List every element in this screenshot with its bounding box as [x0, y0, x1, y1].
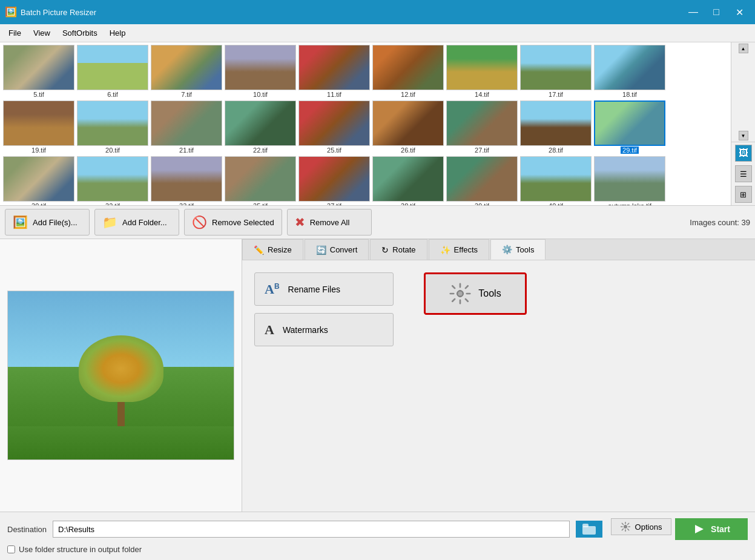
remove-selected-button[interactable]: 🚫 Remove Selected	[184, 209, 282, 236]
tab-tools[interactable]: ⚙️ Tools	[490, 239, 546, 260]
list-item[interactable]: 11.tif	[298, 45, 371, 98]
image-row-3: 30.tif 32.tif 33.tif 35.tif 37.tif 38.ti…	[2, 156, 728, 205]
list-item[interactable]: 17.tif	[519, 45, 592, 98]
options-button[interactable]: Options	[611, 518, 671, 535]
thumb-label: 29.tif	[621, 147, 639, 154]
thumbnail	[151, 45, 222, 90]
thumb-label: 27.tif	[475, 147, 489, 154]
add-folder-button[interactable]: 📁 Add Folder...	[94, 209, 179, 236]
browse-button[interactable]	[576, 521, 602, 538]
thumbnail	[3, 100, 74, 146]
images-count: Images count: 39	[690, 218, 750, 227]
remove-all-button[interactable]: ✖ Remove All	[287, 209, 372, 236]
thumbnail	[446, 156, 518, 202]
list-item[interactable]: 12.tif	[372, 45, 444, 98]
thumb-label: 39.tif	[475, 202, 489, 205]
list-item[interactable]: 27.tif	[446, 100, 518, 154]
list-item[interactable]: 5.tif	[2, 45, 75, 98]
list-item[interactable]: 26.tif	[372, 100, 444, 154]
tools-main-button[interactable]: Tools	[424, 272, 527, 315]
thumb-label: 6.tif	[107, 91, 118, 98]
thumb-label: 14.tif	[475, 91, 489, 98]
options-gear-icon	[621, 522, 630, 532]
rename-files-label: Rename Files	[288, 285, 340, 294]
destination-input[interactable]	[53, 521, 570, 538]
watermarks-button[interactable]: A Watermarks	[254, 313, 394, 346]
list-item[interactable]: 39.tif	[446, 156, 518, 205]
list-item[interactable]: 35.tif	[224, 156, 297, 205]
view-grid-button[interactable]: ⊞	[735, 186, 752, 203]
tab-effects[interactable]: ✨ Effects	[429, 239, 490, 260]
tab-rotate[interactable]: ↻ Rotate	[370, 239, 427, 260]
remove-selected-label: Remove Selected	[212, 218, 274, 227]
menu-file[interactable]: File	[2, 26, 27, 40]
list-item[interactable]: 38.tif	[372, 156, 444, 205]
list-item[interactable]: 29.tif	[593, 100, 666, 154]
list-item[interactable]: 19.tif	[2, 100, 75, 154]
scroll-down-button[interactable]: ▼	[739, 131, 748, 140]
list-item[interactable]: 37.tif	[298, 156, 371, 205]
effects-tab-label: Effects	[454, 245, 478, 254]
list-item[interactable]: 32.tif	[76, 156, 149, 205]
list-item[interactable]: 40.tif	[519, 156, 592, 205]
add-folder-icon: 📁	[102, 215, 117, 229]
start-button[interactable]: Start	[675, 518, 748, 540]
add-files-button[interactable]: 🖼️ Add File(s)...	[5, 209, 90, 236]
list-item[interactable]: 33.tif	[150, 156, 223, 205]
start-label: Start	[711, 524, 730, 534]
remove-all-label: Remove All	[310, 218, 350, 227]
thumbnail	[151, 100, 222, 146]
menu-softorbits[interactable]: SoftOrbits	[56, 26, 104, 40]
tab-resize[interactable]: ✏️ Resize	[242, 239, 303, 260]
watermarks-icon: A	[265, 322, 274, 338]
list-item[interactable]: 6.tif	[76, 45, 149, 98]
list-item[interactable]: 30.tif	[2, 156, 75, 205]
thumbnail	[594, 156, 665, 202]
thumb-label: 20.tif	[105, 147, 120, 154]
add-files-icon: 🖼️	[13, 215, 28, 229]
folder-structure-checkbox[interactable]	[7, 545, 15, 553]
tab-convert[interactable]: 🔄 Convert	[305, 239, 369, 260]
minimize-button[interactable]: —	[682, 3, 704, 21]
window-controls: — □ ✕	[682, 3, 750, 21]
thumbnail	[151, 156, 222, 202]
thumb-label: 10.tif	[253, 91, 268, 98]
list-item[interactable]: 20.tif	[76, 100, 149, 154]
view-list-button[interactable]: ☰	[735, 165, 752, 182]
thumbnail	[372, 45, 444, 90]
list-item[interactable]: 18.tif	[593, 45, 666, 98]
list-item[interactable]: 28.tif	[519, 100, 592, 154]
menu-help[interactable]: Help	[104, 26, 132, 40]
thumbnail	[594, 45, 665, 90]
rename-files-button[interactable]: AB Rename Files	[254, 272, 394, 306]
start-icon	[693, 524, 706, 535]
scroll-up-button[interactable]: ▲	[739, 44, 748, 53]
remove-all-icon: ✖	[295, 215, 305, 229]
list-item[interactable]: 7.tif	[150, 45, 223, 98]
tools-tab-icon: ⚙️	[502, 245, 512, 254]
app-title: Batch Picture Resizer	[21, 8, 682, 17]
app-icon: 🖼️	[5, 6, 17, 18]
thumbnail	[298, 156, 370, 202]
thumb-label: 22.tif	[253, 147, 268, 154]
remove-selected-icon: 🚫	[192, 215, 207, 229]
thumbnail	[298, 45, 370, 90]
view-thumbnail-button[interactable]: 🖼	[735, 145, 752, 162]
thumb-label: 11.tif	[327, 91, 341, 98]
list-item[interactable]: 10.tif	[224, 45, 297, 98]
thumbnail	[225, 156, 296, 202]
menu-view[interactable]: View	[27, 26, 56, 40]
thumb-label: 7.tif	[181, 91, 192, 98]
list-item[interactable]: 14.tif	[446, 45, 518, 98]
list-item[interactable]: autumn lake.tif	[593, 156, 666, 205]
list-item[interactable]: 25.tif	[298, 100, 371, 154]
thumbnail	[298, 100, 370, 146]
thumbnail	[3, 45, 74, 90]
maximize-button[interactable]: □	[705, 3, 727, 21]
list-item[interactable]: 22.tif	[224, 100, 297, 154]
thumb-label: 33.tif	[179, 202, 194, 205]
thumb-label: 18.tif	[622, 91, 637, 98]
close-button[interactable]: ✕	[728, 3, 750, 21]
rename-files-icon: AB	[265, 282, 280, 297]
list-item[interactable]: 21.tif	[150, 100, 223, 154]
